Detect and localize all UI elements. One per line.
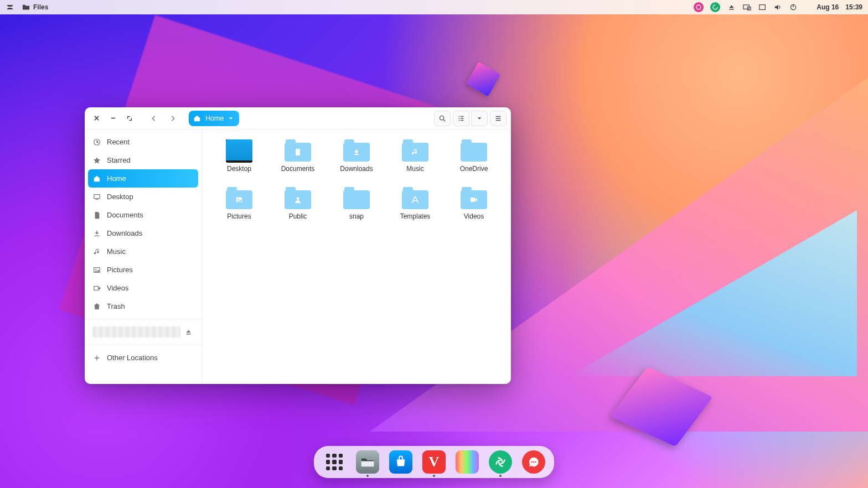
sidebar-item-label: Downloads: [107, 229, 142, 237]
music-icon: [92, 247, 101, 256]
tray-app-icon[interactable]: [710, 2, 720, 12]
sidebar-item-downloads[interactable]: Downloads: [85, 224, 202, 242]
folder-view[interactable]: Desktop Documents Downloads Music OneDri…: [202, 129, 511, 384]
dock-vivaldi[interactable]: V: [422, 450, 446, 474]
path-label: Home: [205, 115, 224, 122]
power-icon[interactable]: [789, 3, 798, 12]
eject-icon[interactable]: [185, 329, 194, 336]
dock: V: [314, 446, 554, 478]
svg-point-7: [440, 116, 443, 120]
dock-chat[interactable]: [522, 450, 545, 474]
path-bar[interactable]: Home: [189, 111, 239, 126]
active-app-indicator[interactable]: Files: [22, 3, 48, 11]
dock-software-store[interactable]: [389, 450, 412, 474]
folder-label: Music: [406, 165, 423, 173]
folder-icon: [343, 187, 370, 209]
svg-point-23: [533, 461, 534, 463]
maximize-button[interactable]: [122, 111, 137, 126]
folder-item[interactable]: Music: [389, 137, 441, 175]
sidebar-item-label: Home: [107, 174, 126, 183]
sidebar-item-recent[interactable]: Recent: [85, 133, 202, 151]
running-indicator: [366, 475, 369, 477]
folder-label: OneDrive: [460, 165, 488, 173]
folder-item[interactable]: Pictures: [213, 185, 265, 222]
star-icon: [92, 156, 101, 165]
clock-icon: [92, 138, 101, 147]
sidebar-item-label: Starred: [107, 156, 131, 164]
folder-label: Desktop: [227, 165, 251, 173]
svg-rect-10: [94, 194, 100, 198]
sidebar-divider: [85, 345, 202, 345]
sidebar-item-videos[interactable]: Videos: [85, 279, 202, 297]
folder-item[interactable]: Templates: [389, 185, 441, 222]
plus-icon: [92, 354, 101, 362]
trash-icon: [92, 302, 101, 311]
folder-item[interactable]: snap: [330, 185, 383, 222]
folder-item[interactable]: Videos: [448, 185, 500, 222]
folder-item[interactable]: Downloads: [330, 137, 383, 175]
sidebar-divider: [85, 319, 202, 319]
svg-point-19: [237, 199, 239, 200]
sidebar-item-label: Pictures: [107, 266, 133, 274]
sidebar-item-label: Recent: [107, 138, 130, 146]
sidebar-item-starred[interactable]: Starred: [85, 151, 202, 169]
running-indicator: [499, 475, 502, 477]
folder-item[interactable]: Public: [272, 185, 324, 222]
folder-icon: [285, 187, 311, 209]
folder-label: Pictures: [227, 212, 251, 220]
hamburger-menu-button[interactable]: [490, 111, 507, 126]
sidebar-item-trash[interactable]: Trash: [85, 297, 202, 315]
folder-label: Downloads: [340, 165, 373, 173]
folder-label: snap: [349, 212, 364, 220]
dock-app-grid[interactable]: [323, 450, 346, 474]
folder-item[interactable]: Documents: [272, 137, 324, 175]
svg-point-22: [531, 461, 532, 463]
dock-files[interactable]: [356, 450, 379, 474]
sidebar-item-music[interactable]: Music: [85, 242, 202, 261]
close-button[interactable]: [89, 111, 104, 126]
nav-forward-button[interactable]: [164, 110, 181, 127]
svg-rect-3: [760, 5, 766, 10]
sidebar-item-label: Videos: [107, 284, 129, 292]
display-icon[interactable]: [742, 3, 751, 12]
folder-item[interactable]: Desktop: [213, 137, 265, 175]
nav-back-button[interactable]: [146, 110, 162, 127]
videos-icon: [92, 284, 101, 293]
folder-label: Videos: [464, 212, 484, 220]
folder-icon: [343, 139, 370, 162]
dock-color-picker[interactable]: [456, 450, 479, 474]
sidebar-item-label: Trash: [107, 302, 125, 310]
sidebar-item-home[interactable]: Home: [88, 169, 198, 188]
active-app-label: Files: [33, 3, 48, 11]
document-icon: [92, 211, 101, 220]
sidebar-item-documents[interactable]: Documents: [85, 206, 202, 224]
zorin-menu-icon[interactable]: [6, 3, 14, 12]
tray-app-icon[interactable]: [694, 2, 704, 12]
folder-icon: [461, 139, 487, 162]
desktop: Files Aug: [0, 0, 868, 488]
view-list-button[interactable]: [453, 111, 469, 126]
panel-date[interactable]: Aug 16: [817, 3, 839, 11]
eject-icon[interactable]: [727, 3, 736, 12]
folder-item[interactable]: OneDrive: [448, 137, 500, 175]
svg-rect-21: [471, 198, 475, 202]
folder-icon: [226, 139, 252, 162]
volume-icon[interactable]: [773, 3, 782, 12]
search-button[interactable]: [434, 111, 451, 126]
workspace-icon[interactable]: [758, 3, 767, 12]
window-titlebar: Home: [85, 107, 511, 129]
folder-icon: [402, 139, 428, 162]
sidebar-item-label: Music: [107, 247, 126, 256]
minimize-button[interactable]: [106, 111, 120, 126]
svg-rect-15: [94, 286, 99, 290]
view-options-button[interactable]: [471, 111, 488, 126]
sidebar-item-pictures[interactable]: Pictures: [85, 261, 202, 279]
svg-point-0: [696, 5, 701, 9]
svg-point-20: [297, 198, 299, 200]
sidebar-device-item[interactable]: [85, 323, 202, 341]
sidebar-item-other-locations[interactable]: Other Locations: [85, 349, 202, 367]
sidebar-item-desktop[interactable]: Desktop: [85, 188, 202, 206]
dock-element[interactable]: [489, 450, 512, 474]
panel-time[interactable]: 15:39: [845, 3, 862, 11]
running-indicator: [433, 475, 435, 477]
